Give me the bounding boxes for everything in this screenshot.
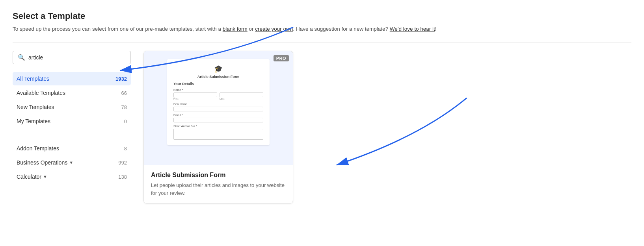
nav-label-my: My Templates: [17, 118, 50, 124]
nav-count-my: 0: [124, 118, 127, 124]
subtitle-text-2: or: [248, 26, 255, 32]
last-label: Last: [220, 97, 263, 100]
template-info: Article Submission Form Let people uploa…: [144, 165, 293, 203]
sidebar-divider: [13, 136, 131, 136]
template-preview: PRO 🎓 Article Submission Form Your Detai…: [144, 51, 293, 165]
email-input-preview: [173, 118, 263, 122]
nav-count-bizops: 992: [118, 160, 127, 166]
nav-count-available: 66: [121, 90, 127, 96]
bizops-chevron-icon: ▼: [69, 160, 73, 165]
nav-item-bizops[interactable]: Business Operations ▼ 992: [13, 156, 131, 169]
nav-count-all: 1932: [115, 76, 127, 82]
main-layout: 🔍 All Templates 1932 Available Templates…: [13, 51, 631, 203]
nav-count-new: 78: [121, 104, 127, 110]
pro-badge: PRO: [274, 55, 289, 61]
bio-label: Short Author Bio *: [173, 124, 263, 128]
page-container: Select a Template To speed up the proces…: [0, 0, 644, 215]
nav-label-new: New Templates: [17, 104, 54, 110]
subtitle-end: !: [435, 26, 437, 32]
page-subtitle: To speed up the process you can select f…: [13, 25, 631, 33]
nav-item-available[interactable]: Available Templates 66: [13, 86, 131, 100]
first-label: First: [173, 97, 217, 100]
calculator-chevron-icon: ▼: [43, 174, 47, 179]
field-name-label: Name *: [173, 88, 263, 92]
nav-label-all: All Templates: [17, 76, 49, 82]
nav-list: All Templates 1932 Available Templates 6…: [13, 72, 131, 128]
subtitle-text-1: To speed up the process you can select f…: [13, 26, 223, 32]
sidebar: 🔍 All Templates 1932 Available Templates…: [13, 51, 131, 203]
create-own-link[interactable]: create your own: [255, 26, 293, 32]
blank-form-link[interactable]: blank form: [223, 26, 248, 32]
search-icon: 🔍: [18, 54, 25, 61]
nav-label-calculator: Calculator ▼: [17, 174, 47, 180]
nav-item-new[interactable]: New Templates 78: [13, 100, 131, 114]
last-name-input-preview: [220, 92, 263, 97]
pen-name-label: Pen Name: [173, 102, 263, 106]
hear-it-link[interactable]: We'd love to hear it: [390, 26, 435, 32]
last-name-col: Last: [220, 92, 263, 100]
nav-item-my[interactable]: My Templates 0: [13, 115, 131, 128]
first-name-input-preview: [173, 92, 217, 97]
bio-textarea-preview: [173, 129, 263, 140]
nav-item-addon[interactable]: Addon Templates 8: [13, 142, 131, 155]
nav-label-available: Available Templates: [17, 90, 65, 96]
nav-label-addon: Addon Templates: [17, 145, 59, 152]
nav-item-all-templates[interactable]: All Templates 1932: [13, 72, 131, 85]
form-preview-title: Article Submission Form: [173, 75, 263, 79]
email-label: Email *: [173, 113, 263, 117]
extra-nav-list: Addon Templates 8 Business Operations ▼ …: [13, 142, 131, 183]
nav-count-addon: 8: [124, 146, 127, 152]
pen-name-input-preview: [173, 107, 263, 111]
nav-label-bizops: Business Operations ▼: [17, 159, 73, 166]
nav-item-calculator[interactable]: Calculator ▼ 138: [13, 170, 131, 183]
form-section-title: Your Details: [173, 82, 263, 86]
template-card[interactable]: PRO 🎓 Article Submission Form Your Detai…: [143, 51, 293, 203]
form-preview: 🎓 Article Submission Form Your Details N…: [167, 59, 270, 145]
search-box[interactable]: 🔍: [13, 51, 131, 64]
subtitle-text-3: . Have a suggestion for a new template?: [293, 26, 389, 32]
form-icon: 🎓: [173, 65, 263, 73]
search-input[interactable]: [28, 54, 126, 61]
page-title: Select a Template: [13, 11, 631, 21]
content-area: PRO 🎓 Article Submission Form Your Detai…: [143, 51, 631, 203]
template-name: Article Submission Form: [151, 172, 286, 179]
first-name-col: First: [173, 92, 217, 100]
name-row: First Last: [173, 92, 263, 100]
header-divider: [13, 43, 631, 43]
nav-count-calculator: 138: [118, 174, 127, 180]
template-desc: Let people upload their articles and ima…: [151, 181, 286, 197]
